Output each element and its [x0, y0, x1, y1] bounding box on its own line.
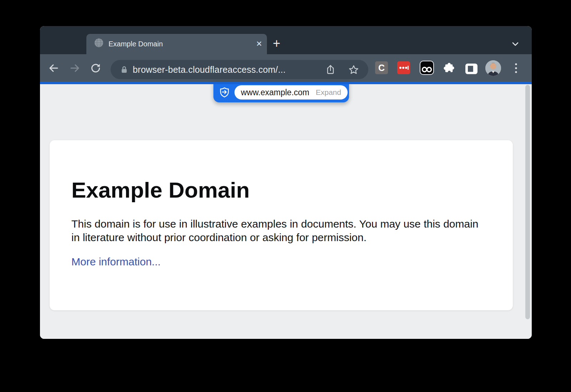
back-icon[interactable] [47, 62, 60, 74]
bookmark-star-icon[interactable] [348, 64, 360, 76]
tab-title: Example Domain [108, 34, 163, 54]
page-viewport: Example Domain This domain is for use in… [40, 84, 532, 339]
globe-favicon-icon [94, 38, 103, 47]
isolation-hostname-pill[interactable]: www.example.com Expand [213, 82, 349, 102]
isolation-hostname: www.example.com [241, 88, 309, 97]
profile-avatar[interactable] [485, 60, 501, 76]
share-icon[interactable] [325, 64, 336, 75]
shield-arrow-icon [219, 87, 229, 98]
kebab-menu-icon[interactable] [513, 62, 519, 74]
tab-strip: Example Domain ✕ + [40, 26, 532, 54]
content-card: Example Domain This domain is for use in… [50, 140, 513, 310]
new-tab-button[interactable]: + [268, 34, 285, 54]
extension-dark-circles-icon[interactable] [420, 61, 434, 75]
chevron-down-icon[interactable] [509, 38, 522, 50]
isolation-hostname-field[interactable]: www.example.com Expand [234, 85, 348, 100]
extensions-puzzle-icon[interactable] [443, 61, 455, 74]
tab-example-domain[interactable]: Example Domain ✕ [86, 34, 267, 54]
reload-icon[interactable] [90, 62, 102, 74]
vertical-scrollbar-thumb[interactable] [525, 85, 530, 319]
page-paragraph: This domain is for use in illustrative e… [71, 217, 487, 244]
isolation-indicator-bar [40, 82, 532, 84]
lock-icon[interactable] [120, 65, 128, 74]
browser-window: Example Domain ✕ + [40, 26, 532, 339]
extension-red-dots-icon[interactable] [397, 61, 410, 74]
desktop-background: Example Domain ✕ + [0, 0, 571, 392]
address-bar[interactable]: browser-beta.cloudflareaccess.com/... [111, 60, 368, 79]
url-text: browser-beta.cloudflareaccess.com/... [133, 60, 286, 79]
browser-toolbar: browser-beta.cloudflareaccess.com/... C [40, 54, 532, 82]
expand-button[interactable]: Expand [316, 88, 341, 97]
page-heading: Example Domain [71, 178, 488, 202]
side-panel-icon[interactable] [465, 62, 478, 75]
extension-c-icon[interactable]: C [375, 61, 388, 74]
more-information-link[interactable]: More information... [71, 256, 161, 268]
tab-close-icon[interactable]: ✕ [251, 34, 267, 54]
forward-icon[interactable] [69, 62, 81, 74]
